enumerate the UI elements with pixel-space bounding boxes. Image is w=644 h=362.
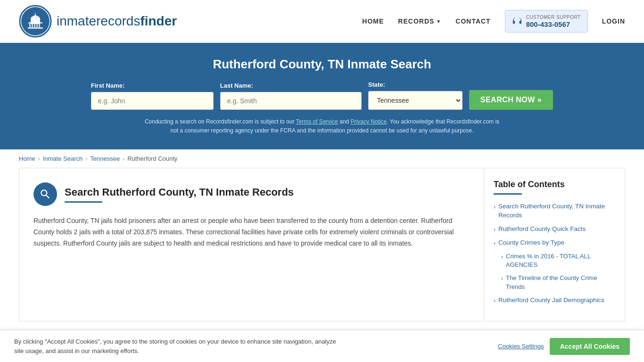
chevron-down-icon: ▼	[436, 19, 441, 24]
search-now-button[interactable]: SEARCH NOW »	[469, 90, 553, 110]
chevron-icon-2: ›	[494, 226, 495, 234]
first-name-group: First Name:	[91, 82, 214, 110]
state-select[interactable]: Tennessee	[368, 91, 462, 110]
last-name-input[interactable]	[220, 92, 362, 110]
nav-login[interactable]: LOGIN	[602, 17, 625, 25]
nav-contact[interactable]: CONTACT	[455, 17, 490, 25]
last-name-label: Last Name:	[220, 82, 253, 89]
toc-title: Table of Contents	[494, 180, 615, 189]
toc-item-2[interactable]: › Rutherford County Quick Facts	[494, 225, 615, 234]
hero-disclaimer: Conducting a search on Recordsfinder.com…	[143, 117, 501, 135]
nav-area: HOME RECORDS ▼ CONTACT CUSTOMER SUPPORT …	[362, 10, 625, 33]
sidebar: Table of Contents › Search Rutherford Co…	[484, 168, 625, 321]
privacy-link[interactable]: Privacy Notice	[351, 118, 387, 125]
breadcrumb-sep-2: ›	[85, 156, 87, 162]
state-label: State:	[368, 81, 385, 88]
first-name-input[interactable]	[91, 92, 214, 110]
logo-text: inmaterecordsfinder	[57, 14, 177, 29]
nav-home[interactable]: HOME	[362, 17, 384, 25]
svg-rect-10	[28, 27, 43, 29]
svg-rect-8	[36, 24, 38, 27]
breadcrumb-sep-3: ›	[123, 156, 124, 162]
toc-item-5[interactable]: › The Timeline of the County Crime Trend…	[494, 274, 615, 291]
terms-link[interactable]: Terms of Service	[296, 118, 338, 125]
svg-rect-11	[34, 15, 36, 17]
chevron-icon-4: ›	[501, 253, 503, 261]
toc-item-1[interactable]: › Search Rutherford County, TN Inmate Re…	[494, 202, 615, 220]
section-title-block: Search Rutherford County, TN Inmate Reco…	[65, 186, 294, 203]
svg-rect-5	[29, 24, 31, 27]
logo-area: inmaterecordsfinder	[19, 5, 177, 38]
section-title: Search Rutherford County, TN Inmate Reco…	[65, 186, 294, 198]
section-title-underline	[65, 201, 102, 203]
chevron-icon-6: ›	[494, 297, 495, 305]
breadcrumb-current: Rutherford County	[127, 155, 177, 162]
breadcrumb-sep-1: ›	[38, 156, 40, 162]
search-icon-circle	[33, 182, 57, 206]
header: inmaterecordsfinder HOME RECORDS ▼ CONTA…	[0, 0, 644, 43]
chevron-icon-1: ›	[494, 203, 495, 211]
breadcrumb: Home › Inmate Search › Tennessee › Ruthe…	[0, 149, 644, 168]
search-form: First Name: Last Name: State: Tennessee …	[19, 81, 625, 110]
first-name-label: First Name:	[91, 82, 125, 89]
svg-rect-6	[32, 24, 33, 27]
hero-section: Rutherford County, TN Inmate Search Firs…	[0, 43, 644, 149]
breadcrumb-tennessee[interactable]: Tennessee	[90, 155, 120, 162]
chevron-icon-3: ›	[494, 239, 495, 247]
section-body-text: Rutherford County, TN jails hold prisone…	[33, 215, 470, 249]
breadcrumb-home[interactable]: Home	[19, 155, 35, 162]
main-content: Search Rutherford County, TN Inmate Reco…	[0, 168, 644, 321]
logo-icon	[19, 5, 52, 38]
customer-support-box[interactable]: CUSTOMER SUPPORT 800-433-0567	[505, 10, 588, 33]
last-name-group: Last Name:	[220, 82, 362, 110]
search-icon	[39, 188, 51, 200]
headset-icon	[512, 16, 522, 26]
hero-title: Rutherford County, TN Inmate Search	[19, 57, 625, 72]
nav-records[interactable]: RECORDS ▼	[398, 17, 441, 25]
svg-rect-9	[39, 24, 40, 27]
svg-rect-4	[28, 22, 42, 24]
support-info: CUSTOMER SUPPORT 800-433-0567	[526, 14, 581, 28]
chevron-icon-5: ›	[501, 275, 503, 283]
section-header: Search Rutherford County, TN Inmate Reco…	[33, 182, 470, 206]
toc-divider	[494, 193, 522, 195]
content-area: Search Rutherford County, TN Inmate Reco…	[19, 168, 484, 321]
state-group: State: Tennessee	[368, 81, 462, 110]
breadcrumb-inmate-search[interactable]: Inmate Search	[43, 155, 83, 162]
toc-item-3[interactable]: › County Crimes by Type	[494, 239, 615, 247]
toc-item-6[interactable]: › Rutherford County Jail Demographics	[494, 296, 615, 305]
svg-rect-7	[34, 24, 35, 27]
toc-item-4[interactable]: › Crimes % in 2016 - TOTAL ALL AGENCIES	[494, 252, 615, 269]
